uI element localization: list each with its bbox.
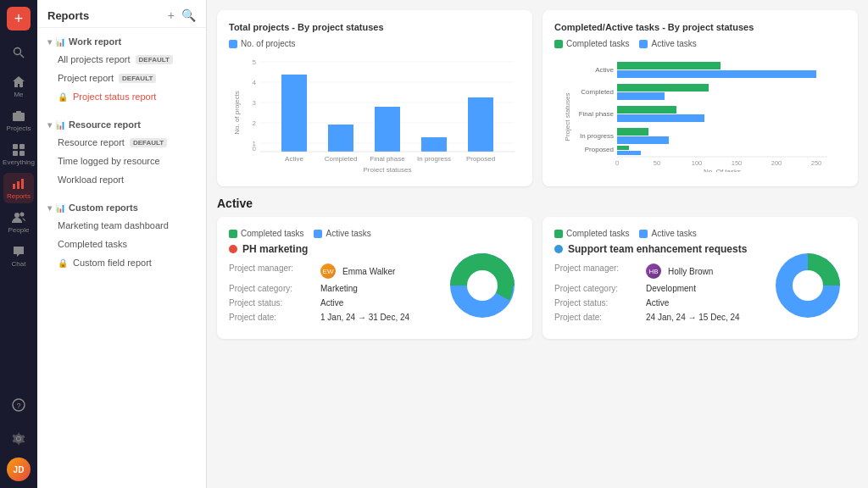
sidebar-add-icon[interactable]: + bbox=[168, 8, 175, 22]
legend-completed: Completed tasks bbox=[229, 229, 303, 238]
project-card-body: PH marketing Project manager: EW Emma Wa… bbox=[229, 243, 520, 327]
svg-text:In progress: In progress bbox=[580, 132, 614, 140]
svg-text:4: 4 bbox=[253, 79, 257, 86]
legend-active: Active tasks bbox=[314, 229, 370, 238]
legend-dot-blue bbox=[314, 230, 322, 238]
project-status-dot bbox=[554, 245, 563, 253]
svg-text:2: 2 bbox=[253, 119, 257, 127]
sidebar-section-resource-report: ▾ 📊 Resource report Resource report DEFA… bbox=[37, 111, 206, 194]
svg-line-1 bbox=[20, 54, 24, 58]
svg-rect-2 bbox=[13, 113, 25, 121]
sidebar-section-header-resource-report[interactable]: ▾ 📊 Resource report bbox=[37, 116, 206, 133]
pie-chart-support bbox=[770, 247, 846, 324]
bar-chart-icon: 📊 bbox=[55, 120, 65, 130]
info-label-status: Project status: bbox=[229, 298, 314, 308]
chart2-legend: Completed tasks Active tasks bbox=[554, 39, 846, 48]
project-category-row: Project category: Marketing bbox=[229, 284, 434, 293]
icon-bar: + Me Projects Everything Reports People … bbox=[0, 0, 37, 488]
default-badge: DEFAULT bbox=[119, 74, 156, 83]
sidebar-item-workload-report[interactable]: Workload report bbox=[37, 170, 206, 189]
svg-text:Project statuses: Project statuses bbox=[364, 166, 412, 172]
legend-completed: Completed tasks bbox=[554, 229, 629, 238]
svg-rect-48 bbox=[617, 151, 641, 155]
project-category-row: Project category: Development bbox=[554, 284, 760, 293]
manager-name: Holly Brown bbox=[668, 267, 713, 276]
user-avatar[interactable]: JD bbox=[7, 458, 31, 481]
nav-people[interactable]: People bbox=[3, 207, 34, 237]
legend-item-active: Active tasks bbox=[639, 39, 696, 48]
svg-rect-8 bbox=[17, 181, 19, 189]
svg-point-60 bbox=[793, 270, 823, 301]
item-label: Completed tasks bbox=[58, 239, 127, 249]
svg-text:?: ? bbox=[17, 402, 21, 410]
nav-everything[interactable]: Everything bbox=[3, 139, 34, 169]
sidebar-item-custom-field-report[interactable]: 🔒 Custom field report bbox=[37, 253, 206, 272]
project-card-ph-marketing: Completed tasks Active tasks PH marketin… bbox=[217, 217, 532, 339]
chart-completed-active: Completed/Active tasks - By project stat… bbox=[542, 10, 858, 186]
nav-reports[interactable]: Reports bbox=[3, 173, 34, 203]
sidebar-item-all-projects-report[interactable]: All projects report DEFAULT bbox=[37, 50, 206, 69]
sidebar-item-time-logged[interactable]: Time logged by resource bbox=[37, 152, 206, 170]
legend-item-projects: No. of projects bbox=[229, 39, 295, 48]
legend-item-completed: Completed tasks bbox=[554, 39, 629, 48]
nav-search[interactable] bbox=[3, 37, 34, 68]
bar-completed bbox=[328, 125, 353, 152]
sidebar-item-project-status-report[interactable]: 🔒 Project status report bbox=[37, 87, 206, 106]
svg-text:In progress: In progress bbox=[417, 155, 451, 163]
sidebar-item-resource-report[interactable]: Resource report DEFAULT bbox=[37, 133, 206, 152]
svg-rect-44 bbox=[617, 114, 704, 122]
category-value: Development bbox=[646, 284, 696, 293]
project-date-row: Project date: 1 Jan, 24 → 31 Dec, 24 bbox=[229, 313, 434, 322]
sidebar-section-header-work-report[interactable]: ▾ 📊 Work report bbox=[37, 33, 206, 50]
sidebar-item-completed-tasks[interactable]: Completed tasks bbox=[37, 235, 206, 253]
chart2-title: Completed/Active tasks - By project stat… bbox=[554, 22, 846, 32]
svg-text:200: 200 bbox=[771, 159, 782, 167]
chart1-title: Total projects - By project statuses bbox=[229, 22, 520, 32]
item-label: Project report bbox=[58, 73, 114, 83]
sidebar-section-title-work-report: Work report bbox=[69, 36, 121, 47]
default-badge: DEFAULT bbox=[130, 138, 167, 147]
sidebar-section-title-custom-reports: Custom reports bbox=[69, 202, 138, 213]
sidebar-section-custom-reports: ▾ 📊 Custom reports Marketing team dashbo… bbox=[37, 194, 206, 277]
manager-avatar: HB bbox=[646, 263, 661, 279]
lock-icon: 🔒 bbox=[58, 92, 68, 102]
nav-home[interactable]: Me bbox=[3, 71, 34, 102]
svg-text:3: 3 bbox=[253, 99, 257, 107]
project-details: PH marketing Project manager: EW Emma Wa… bbox=[229, 243, 434, 327]
sidebar-search-icon[interactable]: 🔍 bbox=[181, 8, 196, 22]
chart-total-projects: Total projects - By project statuses No.… bbox=[217, 10, 532, 186]
legend-dot-green bbox=[554, 230, 563, 238]
help-button[interactable]: ? bbox=[3, 390, 34, 420]
nav-projects[interactable]: Projects bbox=[3, 105, 34, 136]
chart1-svg: 5 4 3 2 1 0 No. of projects Active Co bbox=[229, 53, 520, 172]
legend-dot-green bbox=[229, 230, 237, 238]
add-button[interactable]: + bbox=[7, 7, 31, 30]
charts-grid: Total projects - By project statuses No.… bbox=[217, 10, 858, 186]
sidebar: Reports + 🔍 ▾ 📊 Work report All projects… bbox=[37, 0, 207, 488]
nav-chat[interactable]: Chat bbox=[3, 241, 34, 271]
legend-color-blue bbox=[639, 40, 648, 48]
sidebar-item-project-report[interactable]: Project report DEFAULT bbox=[37, 69, 206, 87]
info-label-manager: Project manager: bbox=[554, 263, 639, 279]
svg-text:0: 0 bbox=[253, 145, 257, 152]
sidebar-item-marketing-dashboard[interactable]: Marketing team dashboard bbox=[37, 216, 206, 235]
svg-point-58 bbox=[467, 270, 498, 301]
project-status-row: Project status: Active bbox=[229, 298, 434, 308]
settings-button[interactable] bbox=[3, 424, 34, 454]
manager-avatar: EW bbox=[320, 263, 336, 279]
project-manager-row: Project manager: EW Emma Walker bbox=[229, 263, 434, 279]
date-value: 1 Jan, 24 → 31 Dec, 24 bbox=[320, 313, 409, 322]
svg-text:No. Of tasks: No. Of tasks bbox=[704, 168, 741, 172]
svg-rect-5 bbox=[13, 151, 18, 156]
item-label: Custom field report bbox=[73, 258, 152, 268]
info-label-category: Project category: bbox=[229, 284, 314, 293]
svg-text:0: 0 bbox=[615, 159, 619, 167]
bar-active bbox=[281, 75, 307, 152]
sidebar-section-header-custom-reports[interactable]: ▾ 📊 Custom reports bbox=[37, 199, 206, 216]
project-name: Support team enhancement requests bbox=[554, 243, 760, 255]
svg-rect-3 bbox=[13, 144, 18, 149]
project-status-dot bbox=[229, 245, 237, 253]
bar-proposed bbox=[468, 97, 493, 152]
legend-color bbox=[229, 40, 237, 48]
legend-label: No. of projects bbox=[241, 39, 295, 48]
